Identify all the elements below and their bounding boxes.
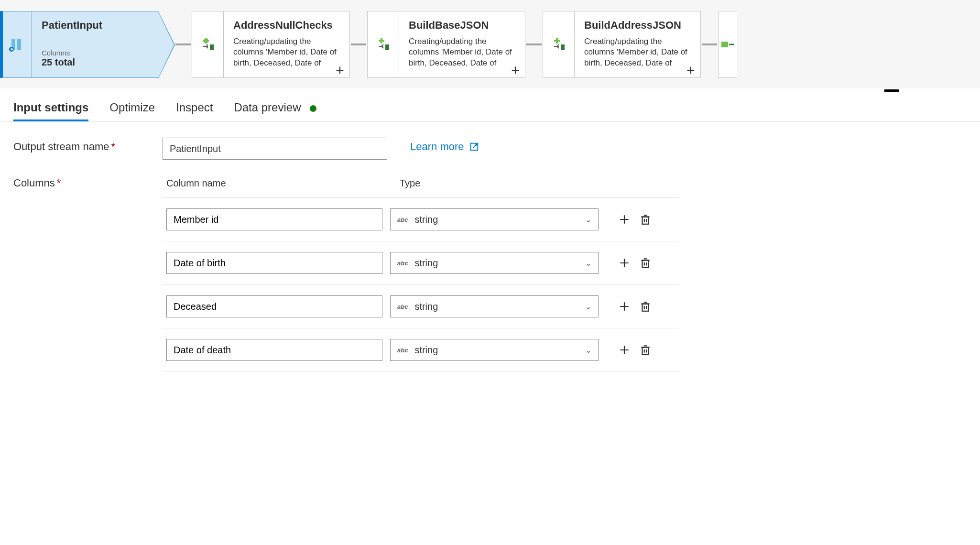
add-column-button[interactable] [618,213,631,226]
column-type-value: string [414,301,438,312]
flow-connector [175,44,191,45]
column-type-select[interactable]: abc string ⌄ [390,208,599,230]
delete-column-button[interactable] [639,343,652,357]
flow-node-meta-label: Columns: [42,49,148,57]
flow-card[interactable]: BuildBaseJSON Creating/updating the colu… [399,11,525,78]
column-name-input[interactable] [166,208,382,230]
column-type-select[interactable]: abc string ⌄ [390,295,599,317]
output-stream-row: Output stream name* Learn more [13,138,967,160]
flow-connector [351,44,366,45]
flow-node-title: AddressNullChecks [233,19,340,32]
svg-rect-1 [17,39,21,50]
columns-row: abc string ⌄ [163,241,679,285]
svg-rect-8 [642,217,649,224]
transform-icon-column [367,11,399,78]
flow-node-desc: Creating/updating the columns 'Member id… [233,36,340,71]
delete-column-button[interactable] [639,256,652,270]
flow-connector [702,44,717,45]
panel-resize-handle[interactable] [884,89,899,92]
column-type-select[interactable]: abc string ⌄ [390,252,599,274]
flow-node-title: BuildAddressJSON [584,19,691,32]
svg-rect-4 [385,44,389,50]
flow-node-patientinput[interactable]: PatientInput Columns: 25 total + [0,11,158,78]
type-prefix-icon: abc [397,216,408,223]
column-name-input[interactable] [166,252,382,274]
column-name-input[interactable] [166,295,382,317]
plus-icon [618,213,631,226]
flow-node-title: BuildBaseJSON [409,19,515,32]
trash-icon [639,344,652,356]
transform-icon-column [543,11,574,78]
tab-optimize[interactable]: Optimize [109,101,155,121]
derived-column-icon [199,36,217,53]
add-step-button[interactable]: + [333,63,347,77]
tab-input-settings[interactable]: Input settings [13,101,88,121]
svg-rect-9 [642,261,649,268]
transform-icon-column [718,11,737,78]
source-icon-column [0,11,32,78]
required-asterisk: * [57,177,61,189]
flow-node-partial[interactable] [718,11,737,78]
svg-rect-6 [721,42,728,47]
column-type-select[interactable]: abc string ⌄ [390,339,599,361]
transform-icon-column [192,11,223,78]
output-stream-label-text: Output stream name [13,141,109,153]
output-stream-label: Output stream name* [13,138,163,153]
tab-inspect[interactable]: Inspect [176,101,213,121]
columns-row: abc string ⌄ [163,285,679,328]
chevron-down-icon: ⌄ [585,346,591,355]
column-type-value: string [414,214,438,225]
external-link-icon [469,142,479,152]
derived-column-icon [550,36,567,53]
flow-node-desc: Creating/updating the columns 'Member id… [409,36,515,71]
flow-card[interactable]: AddressNullChecks Creating/updating the … [223,11,350,78]
output-stream-name-input[interactable] [163,138,387,160]
chevron-down-icon: ⌄ [585,215,591,224]
flow-node-buildbasejson[interactable]: BuildBaseJSON Creating/updating the colu… [367,11,525,78]
columns-row: abc string ⌄ [163,198,679,241]
add-column-button[interactable] [618,343,631,357]
flow-card-selected[interactable]: PatientInput Columns: 25 total [32,11,158,78]
flow-node-addressnullchecks[interactable]: AddressNullChecks Creating/updating the … [192,11,350,78]
svg-rect-3 [210,44,214,50]
tab-data-preview-label: Data preview [234,101,301,114]
add-step-button[interactable]: + [509,63,522,77]
column-name-input[interactable] [166,339,382,361]
plus-icon [618,344,631,356]
column-type-value: string [414,345,438,356]
delete-column-button[interactable] [639,213,652,226]
flow-connector [526,44,542,45]
add-step-button[interactable]: + [684,63,697,77]
columns-header: Column name Type [163,174,679,198]
row-actions [618,256,652,270]
columns-label-text: Columns [13,177,55,189]
learn-more-link[interactable]: Learn more [410,138,479,153]
type-prefix-icon: abc [397,260,408,267]
flow-card[interactable]: BuildAddressJSON Creating/updating the c… [574,11,701,78]
add-column-button[interactable] [618,300,631,313]
svg-rect-10 [642,304,649,311]
flow-node-desc: Creating/updating the columns 'Member id… [584,36,691,71]
row-actions [618,213,652,226]
delete-column-button[interactable] [639,300,652,313]
settings-tabs: Input settings Optimize Inspect Data pre… [0,88,980,121]
add-column-button[interactable] [618,256,631,270]
learn-more-text: Learn more [410,141,464,153]
type-prefix-icon: abc [397,347,408,354]
chevron-down-icon: ⌄ [585,302,591,311]
dataflow-canvas: PatientInput Columns: 25 total + Address… [0,0,980,88]
columns-section: Columns* Column name Type abc string ⌄ [13,174,967,372]
column-name-header: Column name [166,178,400,189]
svg-rect-5 [561,44,565,50]
flow-node-buildaddressjson[interactable]: BuildAddressJSON Creating/updating the c… [543,11,701,78]
data-preview-status-dot [310,105,316,112]
tab-data-preview[interactable]: Data preview [234,101,316,121]
flow-node-title: PatientInput [42,19,148,32]
plus-icon [618,257,631,269]
row-actions [618,300,652,313]
input-settings-form: Output stream name* Learn more Columns* … [0,121,980,372]
flow-node-meta-value: 25 total [42,57,148,68]
columns-table: Column name Type abc string ⌄ [163,174,679,372]
trash-icon [639,213,652,226]
derived-column-icon [719,36,737,53]
